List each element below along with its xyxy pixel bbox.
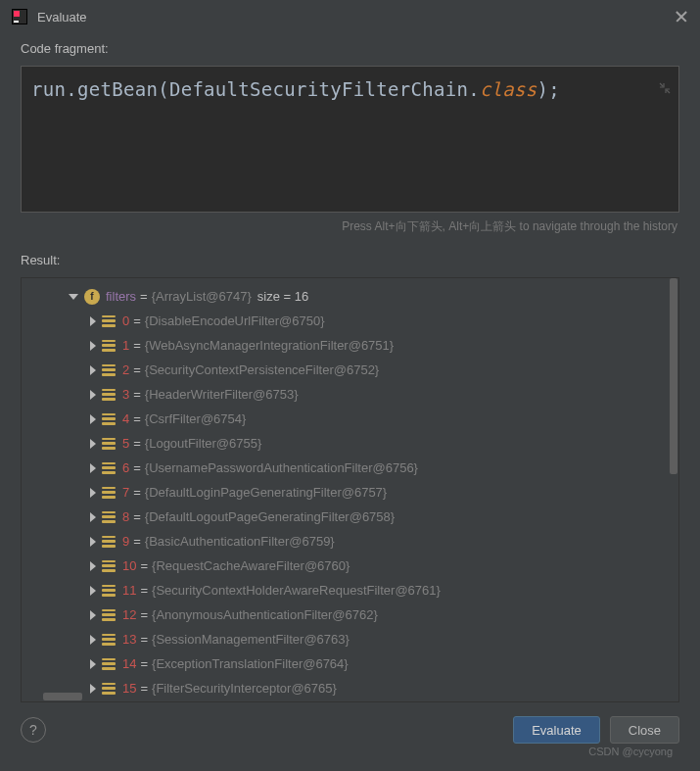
- expand-arrow-icon[interactable]: [90, 316, 96, 326]
- index: 8: [122, 509, 129, 524]
- var-value: {UsernamePasswordAuthenticationFilter@67…: [145, 460, 418, 475]
- index: 12: [122, 607, 136, 622]
- expand-arrow-icon[interactable]: [90, 439, 96, 449]
- var-value: {WebAsyncManagerIntegrationFilter@6751}: [145, 338, 394, 353]
- array-element-icon: [102, 389, 116, 401]
- tree-row[interactable]: 7 = {DefaultLoginPageGeneratingFilter@67…: [22, 480, 678, 505]
- index: 7: [122, 485, 129, 500]
- svg-rect-2: [14, 11, 20, 17]
- tree-row[interactable]: 1 = {WebAsyncManagerIntegrationFilter@67…: [22, 333, 678, 358]
- tree-row[interactable]: 4 = {CsrfFilter@6754}: [22, 407, 678, 431]
- tree-row[interactable]: 12 = {AnonymousAuthenticationFilter@6762…: [22, 602, 678, 627]
- expand-arrow-icon[interactable]: [90, 414, 96, 424]
- index: 9: [122, 534, 129, 549]
- var-value: {SecurityContextPersistenceFilter@6752}: [145, 362, 379, 377]
- array-element-icon: [102, 364, 116, 376]
- intellij-icon: [12, 9, 27, 24]
- bottom-bar: ? Evaluate Close: [0, 702, 700, 757]
- index: 14: [122, 656, 136, 671]
- index: 0: [122, 313, 129, 328]
- code-fragment-label: Code fragment:: [21, 41, 679, 56]
- array-element-icon: [102, 511, 116, 523]
- close-icon[interactable]: [675, 10, 688, 24]
- tree-row[interactable]: 9 = {BasicAuthenticationFilter@6759}: [22, 529, 678, 554]
- svg-rect-3: [14, 21, 19, 23]
- tree-row[interactable]: 3 = {HeaderWriterFilter@6753}: [22, 382, 678, 407]
- result-tree[interactable]: f filters = {ArrayList@6747} size = 16 0…: [21, 277, 679, 702]
- array-element-icon: [102, 487, 116, 499]
- array-element-icon: [102, 315, 116, 327]
- expand-arrow-icon[interactable]: [90, 390, 96, 400]
- expand-arrow-icon[interactable]: [90, 537, 96, 547]
- var-value: {SecurityContextHolderAwareRequestFilter…: [152, 583, 441, 598]
- tree-row[interactable]: 5 = {LogoutFilter@6755}: [22, 431, 678, 456]
- tree-row[interactable]: 8 = {DefaultLogoutPageGeneratingFilter@6…: [22, 505, 678, 529]
- tree-row[interactable]: 11 = {SecurityContextHolderAwareRequestF…: [22, 578, 678, 602]
- vertical-scrollbar[interactable]: [669, 278, 678, 701]
- tree-row[interactable]: 10 = {RequestCacheAwareFilter@6760}: [22, 554, 678, 578]
- index: 3: [122, 387, 129, 402]
- var-value: {CsrfFilter@6754}: [145, 411, 247, 426]
- scrollbar-thumb[interactable]: [43, 693, 82, 700]
- array-element-icon: [102, 462, 116, 474]
- index: 10: [122, 558, 136, 573]
- code-fragment-editor[interactable]: run.getBean(DefaultSecurityFilterChain.c…: [21, 66, 679, 213]
- var-value: {ExceptionTranslationFilter@6764}: [152, 656, 349, 671]
- array-element-icon: [102, 413, 116, 425]
- horizontal-scrollbar[interactable]: [22, 692, 667, 701]
- expand-arrow-icon[interactable]: [90, 365, 96, 375]
- var-value: {AnonymousAuthenticationFilter@6762}: [152, 607, 378, 622]
- size-label: size = 16: [257, 289, 308, 304]
- var-value: {ArrayList@6747}: [152, 289, 252, 304]
- array-element-icon: [102, 585, 116, 597]
- index: 6: [122, 460, 129, 475]
- index: 13: [122, 632, 136, 647]
- tree-row[interactable]: 0 = {DisableEncodeUrlFilter@6750}: [22, 309, 678, 333]
- evaluate-button[interactable]: Evaluate: [513, 716, 600, 744]
- history-hint: Press Alt+向下箭头, Alt+向上箭头 to navigate thr…: [21, 213, 679, 245]
- expand-arrow-icon[interactable]: [90, 341, 96, 351]
- var-value: {DisableEncodeUrlFilter@6750}: [145, 313, 325, 328]
- array-element-icon: [102, 634, 116, 646]
- help-button[interactable]: ?: [21, 717, 46, 743]
- result-label: Result:: [21, 253, 679, 267]
- expand-arrow-icon[interactable]: [69, 294, 78, 300]
- index: 4: [122, 411, 129, 426]
- var-name: filters: [106, 289, 136, 304]
- expand-arrow-icon[interactable]: [90, 561, 96, 571]
- expand-arrow-icon[interactable]: [90, 512, 96, 522]
- array-element-icon: [102, 340, 116, 352]
- code-line: run.getBean(DefaultSecurityFilterChain.c…: [31, 78, 669, 100]
- tree-row[interactable]: 2 = {SecurityContextPersistenceFilter@67…: [22, 358, 678, 382]
- var-value: {RequestCacheAwareFilter@6760}: [152, 558, 350, 573]
- array-element-icon: [102, 609, 116, 621]
- index: 1: [122, 338, 129, 353]
- var-value: {DefaultLogoutPageGeneratingFilter@6758}: [145, 509, 395, 524]
- array-element-icon: [102, 536, 116, 548]
- close-button[interactable]: Close: [610, 716, 679, 744]
- tree-row[interactable]: 14 = {ExceptionTranslationFilter@6764}: [22, 651, 678, 676]
- array-element-icon: [102, 438, 116, 450]
- array-element-icon: [102, 658, 116, 670]
- tree-row[interactable]: 13 = {SessionManagementFilter@6763}: [22, 627, 678, 651]
- title-bar: Evaluate: [0, 0, 700, 33]
- var-value: {HeaderWriterFilter@6753}: [145, 387, 299, 402]
- expand-arrow-icon[interactable]: [90, 463, 96, 473]
- field-icon: f: [84, 289, 100, 305]
- window-title: Evaluate: [37, 10, 87, 24]
- expand-arrow-icon[interactable]: [90, 635, 96, 645]
- tree-parent-row[interactable]: f filters = {ArrayList@6747} size = 16: [22, 284, 678, 309]
- array-element-icon: [102, 560, 116, 572]
- expand-arrow-icon[interactable]: [90, 659, 96, 669]
- expand-arrow-icon[interactable]: [90, 586, 96, 596]
- tree-row[interactable]: 6 = {UsernamePasswordAuthenticationFilte…: [22, 456, 678, 480]
- index: 2: [122, 362, 129, 377]
- collapse-icon[interactable]: [659, 76, 671, 88]
- var-value: {BasicAuthenticationFilter@6759}: [145, 534, 335, 549]
- expand-arrow-icon[interactable]: [90, 610, 96, 620]
- scrollbar-thumb[interactable]: [670, 278, 677, 474]
- var-value: {LogoutFilter@6755}: [145, 436, 261, 451]
- index: 5: [122, 436, 129, 451]
- index: 11: [122, 583, 136, 598]
- expand-arrow-icon[interactable]: [90, 488, 96, 498]
